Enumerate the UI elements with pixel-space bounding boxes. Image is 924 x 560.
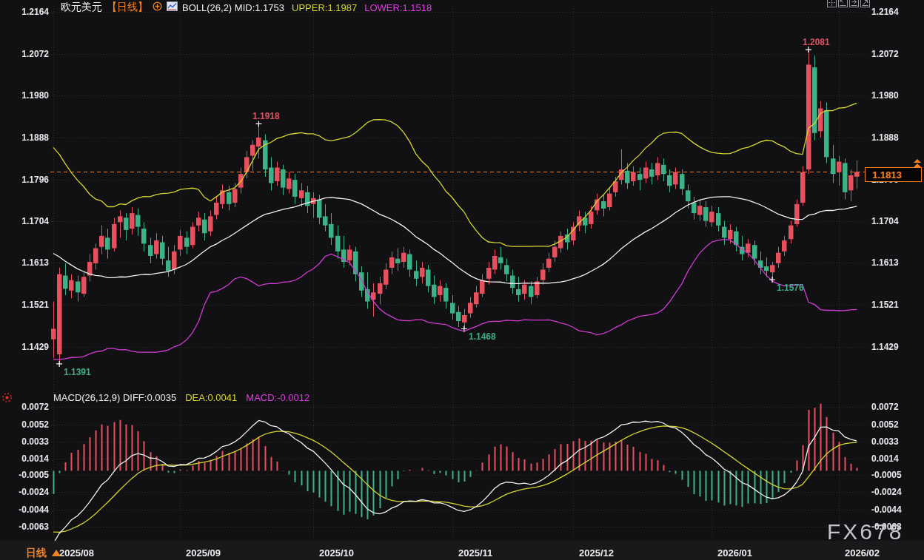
macd-diff-value: MACD(26,12,9) DIFF:0.0035 xyxy=(53,392,176,403)
symbol-name: 欧元美元 xyxy=(61,1,102,14)
watermark-fx678: FX678 xyxy=(827,519,903,544)
chart-header: 欧元美元 【日线】 BOLL(26,2) MID:1.1753 UPPER:1.… xyxy=(61,1,439,13)
add-indicator-icon[interactable] xyxy=(153,1,162,13)
last-price-tag[interactable]: 1.1813 xyxy=(865,167,922,182)
macd-dea-value: DEA:0.0041 xyxy=(185,392,237,403)
period-label[interactable]: 日线 xyxy=(26,547,47,559)
boll-upper-value: UPPER:1.1987 xyxy=(292,2,357,13)
macd-header: MACD(26,12,9) DIFF:0.0035 DEA:0.0041 MAC… xyxy=(53,391,318,403)
chart-window: 欧元美元 【日线】 BOLL(26,2) MID:1.1753 UPPER:1.… xyxy=(0,0,924,560)
chart-toolbar xyxy=(827,0,871,7)
boll-mid-value: BOLL(26,2) MID:1.1753 xyxy=(182,2,284,13)
snapshot-right-icon[interactable] xyxy=(849,0,859,7)
snapshot-left-icon[interactable] xyxy=(838,0,848,7)
period-selector[interactable]: 日线 xyxy=(26,547,61,559)
mini-chart-icon[interactable] xyxy=(167,1,178,13)
popout-icon[interactable] xyxy=(860,0,870,7)
time-axis-bar xyxy=(0,541,924,560)
macd-indicator-icon[interactable] xyxy=(1,392,13,406)
candlestick-chart-canvas[interactable] xyxy=(0,0,924,560)
macd-value: MACD:-0.0012 xyxy=(246,392,309,403)
pan-tool-icon[interactable] xyxy=(827,0,837,7)
triangle-up-icon xyxy=(52,550,61,556)
boll-lower-value: LOWER:1.1518 xyxy=(364,2,432,13)
price-up-arrows-icon xyxy=(914,159,921,168)
period-tag[interactable]: 【日线】 xyxy=(107,1,148,14)
